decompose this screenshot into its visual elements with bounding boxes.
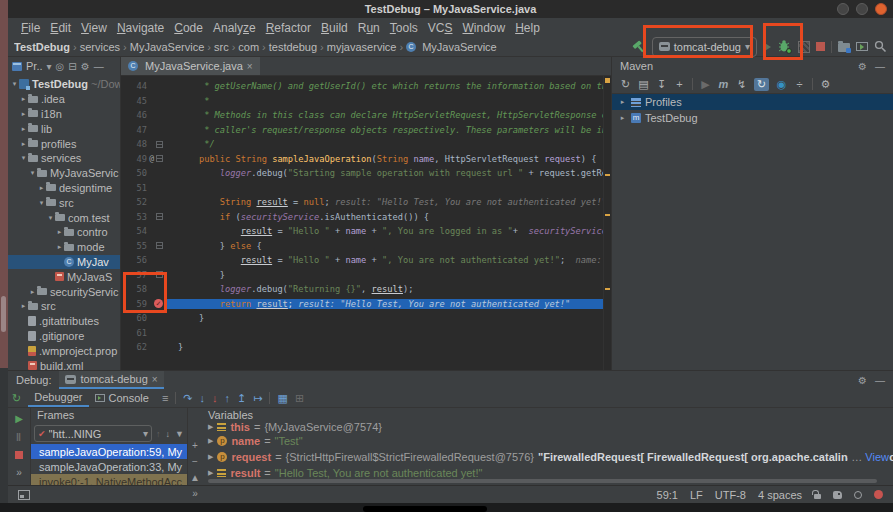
breadcrumb-item[interactable]: com <box>238 41 259 53</box>
close-icon[interactable]: × <box>247 61 253 72</box>
expand-arrow-icon[interactable]: ▶ <box>208 437 213 445</box>
menu-item-code[interactable]: Code <box>169 21 208 35</box>
arrow-right-icon[interactable]: ▸ <box>618 98 627 106</box>
expand-arrow-icon[interactable]: ▶ <box>208 469 213 477</box>
arrow-right-icon[interactable]: ▸ <box>28 288 37 296</box>
stop-button[interactable] <box>816 42 825 51</box>
execute-goal-icon[interactable]: ↯ <box>736 78 747 91</box>
maximize-button[interactable] <box>856 3 868 15</box>
code-editor-surface[interactable]: 44 * getUserName() and getUserId() etc w… <box>121 76 603 370</box>
tree-row[interactable]: ▸contro <box>8 225 120 240</box>
tree-row[interactable]: .wmproject.prop <box>8 343 120 358</box>
arrow-down-icon[interactable]: ▾ <box>19 154 28 162</box>
mute-breakpoints-icon[interactable]: ⊞ <box>295 392 304 405</box>
project-panel-title[interactable]: Pr.. <box>26 60 43 72</box>
tree-row[interactable]: ▸i18n <box>8 107 120 122</box>
toolwindow-switcher-icon[interactable] <box>18 490 30 500</box>
remove-watch-icon[interactable]: − <box>192 456 198 467</box>
drop-frame-icon[interactable]: ↥ <box>237 392 246 405</box>
hide-panel-icon[interactable]: — <box>875 61 885 72</box>
arrow-right-icon[interactable]: ▸ <box>19 140 28 148</box>
stop-icon[interactable] <box>15 451 23 459</box>
expand-arrow-icon[interactable]: ▶ <box>208 453 213 461</box>
frame-row[interactable]: invoke0:-1, NativeMethodAcc <box>31 474 187 485</box>
menu-item-help[interactable]: Help <box>510 21 545 35</box>
breadcrumb-item[interactable]: src <box>214 41 229 53</box>
locate-file-icon[interactable]: ◎ <box>56 61 65 72</box>
download-sources-icon[interactable]: ↧ <box>656 78 667 91</box>
arrow-down-icon[interactable]: ▾ <box>46 214 55 222</box>
arrow-right-icon[interactable]: ▸ <box>55 228 64 236</box>
fold-icon[interactable] <box>156 271 163 278</box>
scroll-up-icon[interactable]: ▲ <box>190 472 200 483</box>
line-ending[interactable]: LF <box>690 489 703 501</box>
filter-icon[interactable]: ▼ <box>175 429 184 439</box>
arrow-right-icon[interactable]: ▸ <box>19 125 28 133</box>
evaluate-expression-icon[interactable]: ▦ <box>277 392 287 405</box>
tree-row[interactable]: ▾src <box>8 195 120 210</box>
variable-row[interactable]: ▶this={MyJavaService@7574} <box>202 421 893 433</box>
breadcrumb-item[interactable]: testdebug <box>269 41 317 53</box>
arrow-down-icon[interactable]: ▾ <box>10 80 19 88</box>
arrow-right-icon[interactable]: ▸ <box>19 95 28 103</box>
project-structure-icon[interactable] <box>838 43 850 52</box>
arrow-down-icon[interactable]: ▾ <box>37 199 46 207</box>
menu-item-window[interactable]: Window <box>457 21 510 35</box>
tree-row[interactable]: ▸profiles <box>8 136 120 151</box>
gear-icon[interactable]: ⚙ <box>858 61 867 72</box>
run-to-cursor-icon[interactable]: ↦ <box>253 392 262 405</box>
pause-icon[interactable]: ‖ <box>16 432 22 443</box>
readonly-lock-icon[interactable] <box>814 494 821 499</box>
build-hammer-icon[interactable] <box>632 40 646 54</box>
step-out-icon[interactable]: ↑ <box>225 392 231 404</box>
breadcrumb-item[interactable]: myjavaservice <box>327 41 397 53</box>
breadcrumb-item[interactable]: MyJavaService <box>130 41 205 53</box>
fold-icon[interactable] <box>156 141 163 148</box>
show-dependencies-icon[interactable]: ◉ <box>776 78 787 91</box>
arrow-right-icon[interactable]: ▸ <box>19 110 28 118</box>
minimize-button[interactable] <box>837 3 849 15</box>
add-maven-project-icon[interactable]: + <box>674 78 685 90</box>
tree-row[interactable]: .gitignore <box>8 329 120 344</box>
menu-item-refactor[interactable]: Refactor <box>261 21 316 35</box>
variable-row[interactable]: ▶prequest={StrictHttpFirewall$StrictFire… <box>202 449 893 465</box>
add-watch-icon[interactable]: + <box>192 440 198 451</box>
frame-up-icon[interactable]: ↑ <box>156 429 161 439</box>
tree-row[interactable]: ▾MyJavaServic <box>8 166 120 181</box>
indent-setting[interactable]: 4 spaces <box>758 489 802 501</box>
close-button[interactable] <box>875 3 887 15</box>
variable-row[interactable]: ▶pname="Test" <box>202 433 893 449</box>
menu-item-build[interactable]: Build <box>316 21 353 35</box>
highlighting-level-icon[interactable] <box>833 491 842 499</box>
step-into-icon[interactable]: ↓ <box>200 392 206 404</box>
generate-sources-icon[interactable]: ▤ <box>638 78 649 91</box>
file-encoding[interactable]: UTF-8 <box>715 489 746 501</box>
inspection-indicator[interactable] <box>605 78 610 83</box>
close-icon[interactable]: × <box>152 374 158 385</box>
ide-error-icon[interactable] <box>874 490 883 499</box>
resume-icon[interactable]: ▶ <box>15 413 23 424</box>
notifications-icon[interactable] <box>854 491 862 499</box>
arrow-right-icon[interactable]: ▸ <box>19 302 28 310</box>
tree-row[interactable]: CMyJav <box>8 255 120 270</box>
caret-position[interactable]: 59:1 <box>657 489 678 501</box>
run-button[interactable] <box>763 42 771 52</box>
view-link[interactable]: View <box>865 451 889 463</box>
tree-row[interactable]: ▸mode <box>8 240 120 255</box>
debug-bug-button[interactable] <box>777 39 792 54</box>
hide-panel-icon[interactable]: — <box>94 61 104 72</box>
maven-goal-icon[interactable]: m <box>718 78 729 90</box>
tree-row[interactable]: ▸lib <box>8 121 120 136</box>
arrow-down-icon[interactable]: ▾ <box>28 169 37 177</box>
arrow-right-icon[interactable]: ▸ <box>37 184 46 192</box>
breadcrumb-item[interactable]: MyJavaService <box>422 41 497 53</box>
step-over-icon[interactable]: ↷ <box>183 392 192 405</box>
debug-session-tab[interactable]: tomcat-debug × <box>59 371 163 389</box>
search-everywhere-icon[interactable] <box>874 40 887 53</box>
chevron-down-icon[interactable]: ▾ <box>47 61 52 72</box>
menu-item-vcs[interactable]: VCS <box>423 21 458 35</box>
hamburger-menu-icon[interactable]: ≡ <box>162 392 168 404</box>
fold-icon[interactable] <box>156 213 163 220</box>
arrow-right-icon[interactable]: ▸ <box>618 114 627 122</box>
fold-icon[interactable] <box>156 242 163 249</box>
